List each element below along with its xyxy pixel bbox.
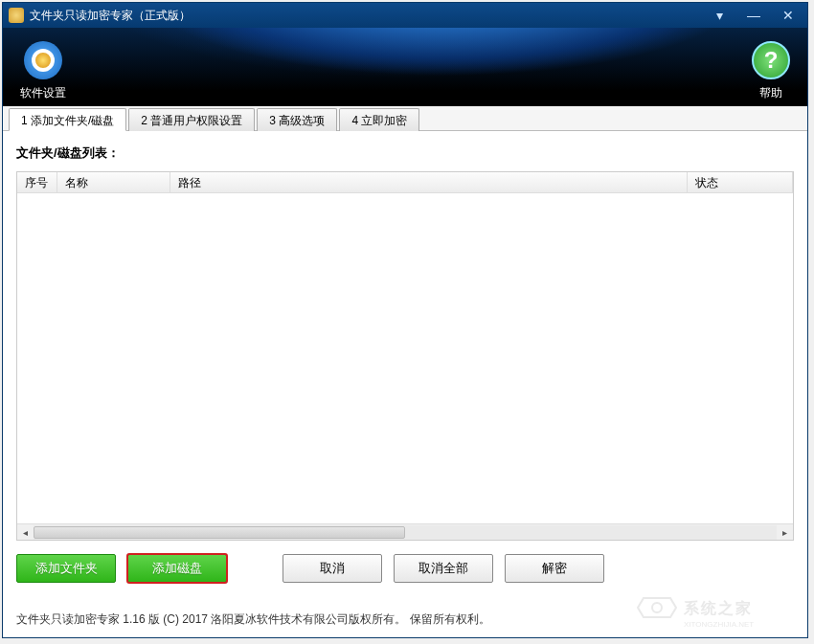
tab-advanced-options[interactable]: 3 高级选项 bbox=[257, 108, 337, 131]
decrypt-button[interactable]: 解密 bbox=[505, 554, 604, 583]
window-controls: ▾ — ✕ bbox=[706, 8, 802, 23]
table-body[interactable] bbox=[17, 193, 793, 523]
add-disk-button[interactable]: 添加磁盘 bbox=[127, 554, 227, 583]
banner: 软件设置 ? 帮助 bbox=[3, 28, 807, 106]
settings-button[interactable]: 软件设置 bbox=[20, 41, 66, 101]
col-name[interactable]: 名称 bbox=[57, 172, 170, 192]
table-header: 序号 名称 路径 状态 bbox=[17, 172, 793, 193]
gear-icon bbox=[24, 41, 62, 79]
add-folder-button[interactable]: 添加文件夹 bbox=[16, 554, 116, 583]
scroll-right-icon[interactable]: ▸ bbox=[777, 525, 793, 540]
settings-label: 软件设置 bbox=[20, 86, 66, 100]
col-seq[interactable]: 序号 bbox=[17, 172, 57, 192]
cancel-button[interactable]: 取消 bbox=[283, 554, 382, 583]
folder-disk-table: 序号 名称 路径 状态 ◂ ▸ bbox=[16, 171, 794, 541]
tab-encrypt-now[interactable]: 4 立即加密 bbox=[339, 108, 419, 131]
list-label: 文件夹/磁盘列表： bbox=[16, 144, 794, 162]
help-label: 帮助 bbox=[759, 86, 782, 100]
footer-copyright: 文件夹只读加密专家 1.16 版 (C) 2017 洛阳夏冰软件技术有限公司版权… bbox=[16, 611, 490, 628]
scroll-left-icon[interactable]: ◂ bbox=[17, 525, 34, 540]
cancel-all-button[interactable]: 取消全部 bbox=[394, 554, 493, 583]
button-row: 添加文件夹 添加磁盘 取消 取消全部 解密 bbox=[16, 554, 794, 583]
window-title: 文件夹只读加密专家（正式版） bbox=[30, 8, 191, 24]
titlebar[interactable]: 文件夹只读加密专家（正式版） ▾ — ✕ bbox=[3, 3, 807, 28]
app-icon bbox=[9, 8, 24, 23]
svg-point-0 bbox=[652, 603, 662, 612]
close-icon[interactable]: ✕ bbox=[775, 8, 802, 23]
col-status[interactable]: 状态 bbox=[688, 172, 793, 192]
col-path[interactable]: 路径 bbox=[170, 172, 688, 192]
content-area: 文件夹/磁盘列表： 序号 名称 路径 状态 ◂ ▸ 添加文件夹 添加磁盘 取消 bbox=[3, 131, 807, 592]
scroll-track[interactable] bbox=[34, 525, 777, 540]
watermark: 系统之家 XITONGZHIJIA.NET bbox=[634, 590, 806, 638]
banner-background bbox=[3, 28, 807, 106]
help-button[interactable]: ? 帮助 bbox=[752, 41, 790, 101]
tabbar: 1 添加文件夹/磁盘 2 普通用户权限设置 3 高级选项 4 立即加密 bbox=[3, 106, 807, 131]
app-window: 文件夹只读加密专家（正式版） ▾ — ✕ 软件设置 ? 帮助 1 添加文件夹/磁… bbox=[2, 2, 808, 638]
scroll-thumb[interactable] bbox=[34, 526, 405, 539]
minimize-icon[interactable]: — bbox=[740, 8, 767, 23]
help-icon: ? bbox=[752, 41, 790, 79]
tab-user-permissions[interactable]: 2 普通用户权限设置 bbox=[128, 108, 255, 131]
tab-add-folder-disk[interactable]: 1 添加文件夹/磁盘 bbox=[9, 108, 126, 131]
horizontal-scrollbar[interactable]: ◂ ▸ bbox=[17, 523, 793, 540]
svg-text:XITONGZHIJIA.NET: XITONGZHIJIA.NET bbox=[684, 620, 754, 629]
dropdown-icon[interactable]: ▾ bbox=[706, 8, 733, 23]
svg-text:系统之家: 系统之家 bbox=[683, 599, 753, 616]
